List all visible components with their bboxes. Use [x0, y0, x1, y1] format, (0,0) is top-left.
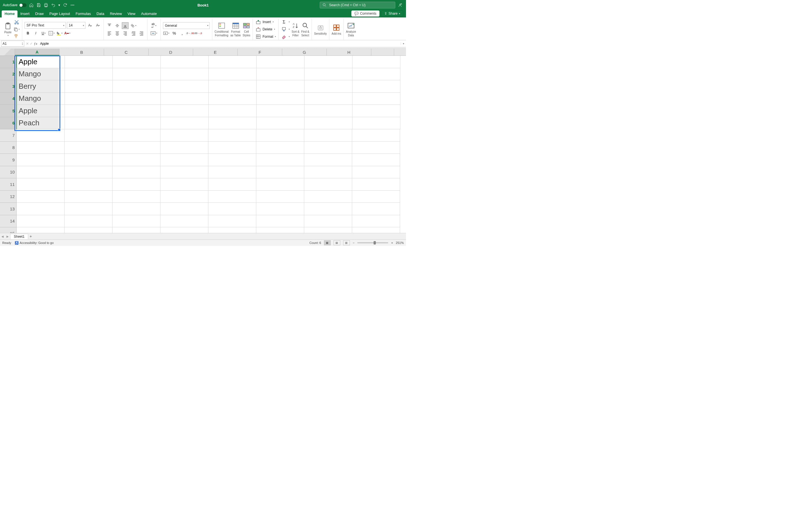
redo-icon[interactable] — [63, 3, 68, 8]
decrease-font-icon[interactable]: A▾ — [94, 22, 101, 29]
cell-D9[interactable] — [160, 154, 208, 166]
cell-E3[interactable] — [209, 80, 257, 93]
tab-page-layout[interactable]: Page Layout — [47, 10, 73, 17]
cell-B7[interactable] — [64, 129, 112, 142]
cell-F1[interactable] — [257, 56, 305, 68]
cell-E2[interactable] — [209, 68, 257, 80]
cell-G15[interactable] — [304, 227, 352, 233]
share-button[interactable]: ⇪ Share ▾ — [381, 10, 403, 17]
cell-E10[interactable] — [208, 166, 256, 179]
cell-E8[interactable] — [208, 142, 256, 154]
cell-G10[interactable] — [304, 166, 352, 179]
cell-B4[interactable] — [65, 93, 113, 105]
cell-C10[interactable] — [112, 166, 160, 179]
row-header-5[interactable]: 5 — [0, 105, 17, 117]
cell-H11[interactable] — [352, 178, 400, 191]
cell-G2[interactable] — [305, 68, 352, 80]
delete-cells-button[interactable]: Delete▾ — [255, 26, 276, 33]
cell-C5[interactable] — [113, 105, 161, 117]
tab-draw[interactable]: Draw — [33, 10, 47, 17]
conditional-formatting-button[interactable]: Conditional Formatting — [214, 22, 229, 37]
cell-B6[interactable] — [65, 117, 113, 129]
cell-B11[interactable] — [64, 178, 112, 191]
row-header-13[interactable]: 13 — [0, 203, 17, 215]
column-header-E[interactable]: E — [193, 49, 238, 55]
cell-B12[interactable] — [64, 191, 112, 203]
cell-B9[interactable] — [64, 154, 112, 166]
decrease-decimal-icon[interactable]: .00→.0 — [195, 30, 201, 37]
cell-F2[interactable] — [257, 68, 305, 80]
fx-icon[interactable]: ƒx — [34, 41, 37, 46]
tab-insert[interactable]: Insert — [17, 10, 33, 17]
undo-icon[interactable] — [51, 3, 56, 8]
cell-D5[interactable] — [161, 105, 209, 117]
cell-F9[interactable] — [256, 154, 304, 166]
align-top-icon[interactable] — [106, 22, 113, 29]
undo-dropdown-icon[interactable]: ▾ — [58, 3, 60, 8]
cell-D12[interactable] — [160, 191, 208, 203]
tab-data[interactable]: Data — [94, 10, 107, 17]
row-header-9[interactable]: 9 — [0, 154, 17, 166]
paste-button[interactable]: Paste ▾ — [4, 22, 12, 37]
autosave-toggle[interactable] — [19, 3, 27, 7]
cell-F10[interactable] — [256, 166, 304, 179]
clear-button[interactable]: ▾ — [281, 34, 290, 40]
row-header-2[interactable]: 2 — [0, 68, 17, 80]
cell-H6[interactable] — [352, 117, 400, 129]
cell-C7[interactable] — [112, 129, 160, 142]
font-name-combo[interactable]: SF Pro Text — [24, 22, 66, 29]
find-select-button[interactable]: Find & Select — [301, 22, 309, 37]
sort-filter-button[interactable]: AZ Sort & Filter — [292, 22, 299, 37]
cell-H3[interactable] — [352, 80, 400, 93]
wrap-text-button[interactable]: ab↵▾ — [150, 22, 158, 29]
cell-C9[interactable] — [112, 154, 160, 166]
cell-A10[interactable] — [17, 166, 64, 179]
cell-D1[interactable] — [161, 56, 209, 68]
chevron-down-icon[interactable]: ▾ — [8, 34, 9, 37]
cell-B8[interactable] — [64, 142, 112, 154]
cell-A4[interactable]: Mango — [17, 93, 65, 105]
cell-H10[interactable] — [352, 166, 400, 179]
cell-E6[interactable] — [209, 117, 257, 129]
enter-formula-icon[interactable]: ✓ — [30, 42, 33, 46]
name-box[interactable]: A1 ▴▾ — [1, 41, 24, 47]
column-header-B[interactable]: B — [59, 49, 104, 55]
cell-F3[interactable] — [257, 80, 305, 93]
cancel-formula-icon[interactable]: ✕ — [26, 42, 29, 46]
cell-C2[interactable] — [113, 68, 161, 80]
cell-A8[interactable] — [17, 142, 64, 154]
align-left-icon[interactable] — [106, 30, 113, 37]
cell-styles-button[interactable]: Cell Styles — [243, 22, 250, 37]
font-size-combo[interactable]: 14 — [67, 22, 86, 29]
row-header-4[interactable]: 4 — [0, 93, 17, 105]
add-sheet-button[interactable]: + — [28, 234, 33, 238]
cell-F14[interactable] — [256, 215, 304, 228]
cell-A15[interactable] — [17, 227, 64, 233]
save-icon[interactable] — [36, 3, 41, 8]
cell-G9[interactable] — [304, 154, 352, 166]
percent-button[interactable]: % — [171, 30, 177, 37]
cell-D4[interactable] — [161, 93, 209, 105]
cell-A12[interactable] — [17, 191, 64, 203]
account-settings-icon[interactable] — [398, 3, 403, 8]
sheet-nav-prev-icon[interactable]: ◀ — [0, 235, 5, 238]
cell-C14[interactable] — [112, 215, 160, 228]
cell-C8[interactable] — [112, 142, 160, 154]
cut-icon[interactable] — [13, 19, 20, 25]
increase-indent-icon[interactable] — [138, 30, 145, 37]
column-header-C[interactable]: C — [104, 49, 149, 55]
cell-B3[interactable] — [65, 80, 113, 93]
column-header-H[interactable]: H — [327, 49, 371, 55]
column-header-F[interactable]: F — [238, 49, 282, 55]
column-header-partial[interactable] — [371, 49, 394, 55]
cell-G12[interactable] — [304, 191, 352, 203]
expand-formula-bar-icon[interactable]: ▾ — [401, 42, 406, 45]
cell-B1[interactable] — [65, 56, 113, 68]
row-header-12[interactable]: 12 — [0, 191, 17, 203]
cell-A2[interactable]: Mango — [17, 68, 65, 80]
cell-D10[interactable] — [160, 166, 208, 179]
cell-H13[interactable] — [352, 203, 400, 215]
cell-B10[interactable] — [64, 166, 112, 179]
cell-A1[interactable]: Apple — [17, 56, 65, 68]
cell-E5[interactable] — [209, 105, 257, 117]
